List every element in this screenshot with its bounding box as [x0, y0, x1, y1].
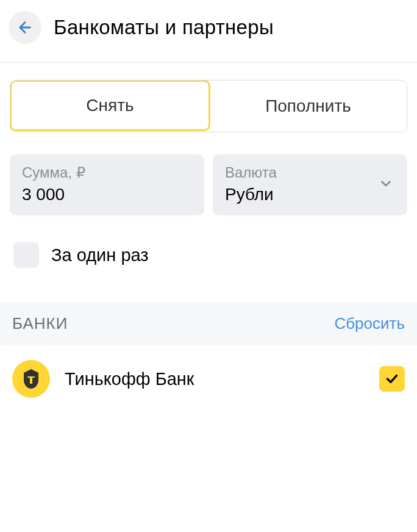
check-icon	[384, 371, 400, 387]
tab-deposit[interactable]: Пополнить	[210, 81, 407, 132]
bank-list-item[interactable]: Тинькофф Банк	[10, 345, 407, 404]
tab-deposit-label: Пополнить	[265, 96, 351, 116]
bank-checkbox[interactable]	[379, 366, 405, 392]
back-button[interactable]	[9, 11, 41, 44]
reset-button[interactable]: Сбросить	[334, 314, 405, 333]
amount-label: Сумма, ₽	[22, 164, 192, 181]
tab-withdraw-label: Снять	[86, 96, 134, 115]
bank-logo-icon	[12, 360, 50, 398]
operation-tabs: Снять Пополнить	[10, 80, 407, 132]
onetime-checkbox[interactable]	[13, 242, 39, 268]
banks-section-title: БАНКИ	[12, 314, 68, 333]
arrow-left-icon	[16, 19, 34, 36]
banks-section: БАНКИ Сбросить Тинькофф Банк	[10, 302, 407, 404]
header: Банкоматы и партнеры	[0, 0, 417, 63]
amount-value: 3 000	[22, 185, 192, 204]
page-title: Банкоматы и партнеры	[54, 16, 274, 39]
tab-withdraw[interactable]: Снять	[10, 80, 210, 131]
currency-field[interactable]: Валюта Рубли	[213, 154, 407, 215]
amount-field[interactable]: Сумма, ₽ 3 000	[10, 154, 204, 215]
onetime-label: За один раз	[51, 245, 149, 265]
currency-value: Рубли	[225, 185, 395, 204]
svg-rect-1	[30, 376, 32, 384]
bank-name-label: Тинькофф Банк	[65, 369, 365, 389]
chevron-down-icon	[378, 176, 394, 194]
currency-label: Валюта	[225, 164, 395, 181]
